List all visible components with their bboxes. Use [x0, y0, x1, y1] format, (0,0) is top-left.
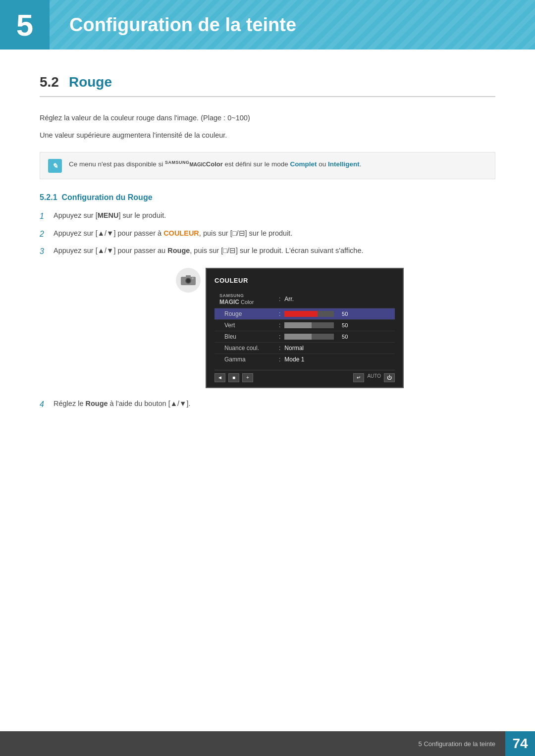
osd-row-bleu: Bleu : 50	[214, 331, 395, 343]
osd-label-nuance: Nuance coul.	[214, 345, 279, 352]
osd-bar-vert-bg	[284, 322, 334, 328]
subsection-title: Configuration du Rouge	[61, 193, 152, 202]
step-1-number: 1	[40, 210, 49, 223]
osd-btn-group-right: ↵ AUTO ⏻	[353, 373, 395, 382]
note-text: Ce menu n'est pas disponible si SAMSUNGM…	[69, 158, 362, 169]
osd-container: COULEUR SAMSUNG MAGIC Color : Arr. Rouge	[69, 268, 495, 388]
osd-colon-1: :	[279, 310, 280, 317]
section-title: Rouge	[69, 74, 112, 90]
step-2-couleur: COULEUR	[163, 229, 199, 237]
osd-bar-vert-container: 50	[284, 322, 395, 328]
svg-point-4	[192, 277, 194, 279]
osd-row-brand: SAMSUNG MAGIC Color : Arr.	[214, 290, 395, 308]
osd-colon-5: :	[279, 356, 280, 363]
body-para-1: Réglez la valeur de la couleur rouge dan…	[40, 112, 495, 124]
osd-label-brand: SAMSUNG MAGIC Color	[214, 292, 279, 306]
note-period: .	[360, 160, 362, 168]
osd-title: COULEUR	[214, 277, 395, 284]
note-ou: ou	[317, 160, 328, 168]
subsection-heading: 5.2.1 Configuration du Rouge	[40, 193, 495, 202]
osd-rows: SAMSUNG MAGIC Color : Arr. Rouge :	[214, 290, 395, 365]
osd-bar-rouge-bg	[284, 311, 334, 317]
footer-page-number: 74	[512, 736, 528, 752]
step-3-text: Appuyez sur [▲/▼] pour passer au Rouge, …	[54, 245, 364, 256]
osd-label-vert: Vert	[214, 322, 279, 329]
body-para-2: Une valeur supérieure augmentera l'inten…	[40, 129, 495, 142]
note-complet: Complet	[290, 160, 317, 168]
osd-btn-plus: +	[242, 373, 253, 382]
note-pre-text: Ce menu n'est pas disponible si	[69, 160, 165, 168]
osd-auto-text: AUTO	[367, 373, 381, 382]
osd-colon-2: :	[279, 322, 280, 329]
note-intelligent: Intelligent	[328, 160, 360, 168]
osd-btn-power: ⏻	[384, 373, 395, 382]
osd-bar-rouge-fill	[284, 311, 318, 317]
step-2-number: 2	[40, 228, 49, 241]
osd-value-arr: Arr.	[284, 296, 395, 302]
footer-text: 5 Configuration de la teinte	[419, 740, 505, 748]
step-1-bold: MENU	[98, 211, 119, 219]
osd-bar-vert-num: 50	[337, 322, 348, 328]
osd-bar-vert-fill	[284, 322, 312, 328]
osd-row-nuance: Nuance coul. : Normal	[214, 343, 395, 354]
camera-icon	[176, 268, 201, 293]
note-icon: ✎	[48, 159, 62, 173]
osd-label-rouge: Rouge	[214, 310, 279, 317]
step-3-rouge: Rouge	[167, 247, 190, 254]
section-heading: 5.2 Rouge	[40, 74, 495, 97]
step-1: 1 Appuyez sur [MENU] sur le produit.	[40, 210, 495, 223]
step-4: 4 Réglez le Rouge à l'aide du bouton [▲/…	[40, 398, 495, 411]
osd-btn-left: ◄	[214, 373, 225, 382]
osd-row-gamma: Gamma : Mode 1	[214, 354, 395, 365]
chapter-number: 5	[0, 0, 50, 50]
camera-svg	[181, 274, 196, 286]
osd-btn-group-left: ◄ ■ +	[214, 373, 253, 382]
main-content: 5.2 Rouge Réglez la valeur de la couleur…	[0, 50, 535, 465]
footer: 5 Configuration de la teinte 74	[0, 731, 535, 756]
section-number: 5.2	[40, 74, 59, 90]
osd-label-gamma: Gamma	[214, 356, 279, 363]
note-brand: SAMSUNGMAGICColor	[165, 160, 223, 168]
osd-row-rouge: Rouge : 50	[214, 308, 395, 320]
svg-point-2	[186, 279, 190, 283]
osd-screen: COULEUR SAMSUNG MAGIC Color : Arr. Rouge	[206, 268, 404, 388]
osd-colon-0: :	[279, 296, 280, 302]
step-4-text: Réglez le Rouge à l'aide du bouton [▲/▼]…	[54, 398, 191, 409]
step-2-text: Appuyez sur [▲/▼] pour passer à COULEUR,…	[54, 228, 292, 239]
footer-page-box: 74	[505, 731, 535, 756]
step-4-number: 4	[40, 398, 49, 411]
osd-value-gamma: Mode 1	[284, 356, 395, 363]
step-3: 3 Appuyez sur [▲/▼] pour passer au Rouge…	[40, 245, 495, 258]
step-3-number: 3	[40, 245, 49, 258]
osd-bar-bleu-fill	[284, 334, 312, 340]
osd-value-nuance: Normal	[284, 345, 395, 352]
header-title: Configuration de la teinte	[50, 14, 296, 36]
osd-bar-bleu-container: 50	[284, 334, 395, 340]
osd-bar-rouge-num: 50	[337, 311, 348, 317]
subsection-number: 5.2.1	[40, 193, 57, 202]
step-4-rouge: Rouge	[85, 400, 107, 407]
osd-row-vert: Vert : 50	[214, 320, 395, 331]
chapter-number-text: 5	[16, 7, 33, 43]
steps-list: 1 Appuyez sur [MENU] sur le produit. 2 A…	[40, 210, 495, 258]
osd-buttons: ◄ ■ + ↵ AUTO ⏻	[214, 370, 395, 382]
osd-btn-minus: ■	[228, 373, 239, 382]
osd-btn-enter: ↵	[353, 373, 364, 382]
step-2: 2 Appuyez sur [▲/▼] pour passer à COULEU…	[40, 228, 495, 241]
osd-colon-4: :	[279, 345, 280, 352]
osd-label-bleu: Bleu	[214, 333, 279, 340]
osd-bar-bleu-num: 50	[337, 334, 348, 340]
note-box: ✎ Ce menu n'est pas disponible si SAMSUN…	[40, 152, 495, 179]
svg-rect-3	[186, 275, 191, 277]
header-banner: 5 Configuration de la teinte	[0, 0, 535, 50]
osd-colon-3: :	[279, 333, 280, 340]
step-1-text: Appuyez sur [MENU] sur le produit.	[54, 210, 166, 221]
osd-bar-rouge-container: 50	[284, 311, 395, 317]
note-mid-text: est défini sur le mode	[223, 160, 290, 168]
osd-bar-bleu-bg	[284, 334, 334, 340]
